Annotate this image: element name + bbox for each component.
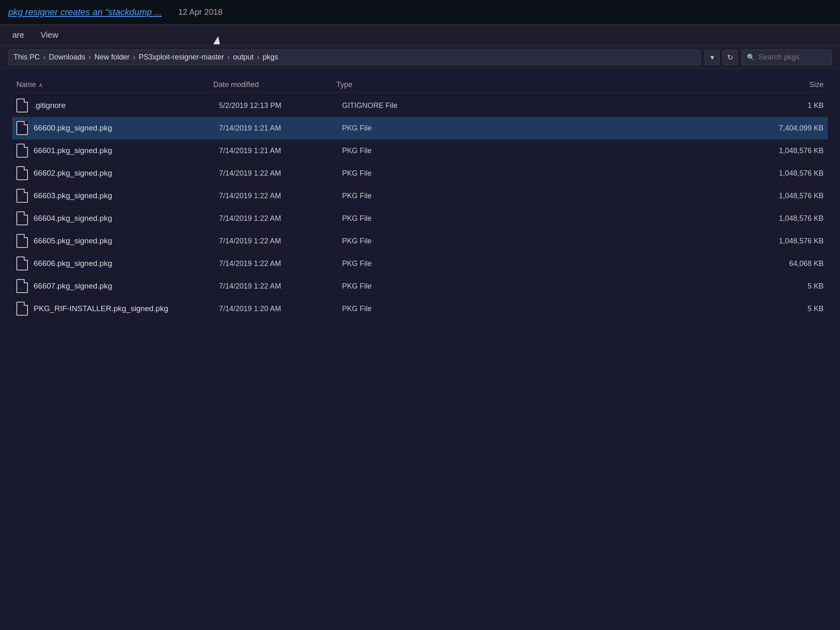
file-name: 66603.pkg_signed.pkg	[34, 191, 219, 200]
file-type: PKG File	[342, 214, 449, 223]
file-date: 7/14/2019 1:22 AM	[219, 259, 342, 268]
menu-bar: are View	[0, 25, 840, 46]
file-size: 64,068 KB	[449, 259, 824, 268]
file-name: 66600.pkg_signed.pkg	[34, 124, 219, 133]
table-row[interactable]: PKG_RIF-INSTALLER.pkg_signed.pkg 7/14/20…	[12, 298, 828, 320]
col-header-type[interactable]: Type	[336, 80, 443, 89]
file-date: 5/2/2019 12:13 PM	[219, 101, 342, 110]
file-type: PKG File	[342, 124, 449, 133]
file-size: 1 KB	[449, 101, 824, 110]
file-name: 66602.pkg_signed.pkg	[34, 169, 219, 178]
file-icon	[16, 302, 28, 316]
file-icon	[16, 99, 28, 112]
file-size: 1,048,576 KB	[449, 147, 824, 155]
file-size: 1,048,576 KB	[449, 169, 824, 178]
table-row[interactable]: 66605.pkg_signed.pkg 7/14/2019 1:22 AM P…	[12, 230, 828, 252]
file-date: 7/14/2019 1:22 AM	[219, 214, 342, 223]
search-input[interactable]	[758, 53, 824, 62]
menu-item-are[interactable]: are	[12, 30, 24, 40]
column-headers: Name ∧ Date modified Type Size	[12, 77, 828, 93]
top-notification-bar: pkg resigner creates an "stackdump ... 1…	[0, 0, 840, 25]
file-icon	[16, 189, 28, 203]
file-type: PKG File	[342, 259, 449, 268]
table-row[interactable]: 66604.pkg_signed.pkg 7/14/2019 1:22 AM P…	[12, 207, 828, 230]
file-icon	[16, 144, 28, 158]
notification-link[interactable]: pkg resigner creates an "stackdump ...	[8, 7, 162, 18]
file-size: 1,048,576 KB	[449, 214, 824, 223]
table-row[interactable]: 66607.pkg_signed.pkg 7/14/2019 1:22 AM P…	[12, 275, 828, 298]
table-row[interactable]: 66601.pkg_signed.pkg 7/14/2019 1:21 AM P…	[12, 140, 828, 162]
address-bar: This PC › Downloads › New folder › PS3xp…	[0, 46, 840, 69]
file-date: 7/14/2019 1:22 AM	[219, 237, 342, 245]
file-date: 7/14/2019 1:21 AM	[219, 147, 342, 155]
table-row[interactable]: .gitignore 5/2/2019 12:13 PM GITIGNORE F…	[12, 94, 828, 117]
breadcrumb-output[interactable]: output	[233, 53, 253, 62]
table-row[interactable]: 66602.pkg_signed.pkg 7/14/2019 1:22 AM P…	[12, 162, 828, 185]
file-icon	[16, 211, 28, 225]
file-icon	[16, 166, 28, 180]
breadcrumb-newfolder[interactable]: New folder	[94, 53, 130, 62]
file-area: Name ∧ Date modified Type Size .gitignor…	[0, 69, 840, 630]
address-controls: ▾ ↻	[705, 50, 737, 65]
file-type: PKG File	[342, 305, 449, 313]
file-name: PKG_RIF-INSTALLER.pkg_signed.pkg	[34, 304, 219, 313]
file-type: PKG File	[342, 169, 449, 178]
file-type: PKG File	[342, 147, 449, 155]
file-name: .gitignore	[34, 101, 219, 110]
file-name: 66604.pkg_signed.pkg	[34, 214, 219, 223]
file-date: 7/14/2019 1:20 AM	[219, 305, 342, 313]
dropdown-button[interactable]: ▾	[705, 50, 719, 65]
file-name: 66605.pkg_signed.pkg	[34, 236, 219, 245]
file-icon	[16, 279, 28, 293]
breadcrumb[interactable]: This PC › Downloads › New folder › PS3xp…	[8, 50, 701, 65]
file-type: PKG File	[342, 282, 449, 291]
file-size: 7,404,099 KB	[449, 124, 824, 133]
breadcrumb-thispc[interactable]: This PC	[14, 53, 40, 62]
col-header-size[interactable]: Size	[443, 80, 824, 89]
file-type: GITIGNORE File	[342, 101, 449, 110]
file-date: 7/14/2019 1:22 AM	[219, 169, 342, 178]
file-size: 1,048,576 KB	[449, 237, 824, 245]
table-row[interactable]: 66603.pkg_signed.pkg 7/14/2019 1:22 AM P…	[12, 185, 828, 207]
file-date: 7/14/2019 1:21 AM	[219, 124, 342, 133]
refresh-button[interactable]: ↻	[723, 50, 737, 65]
table-row[interactable]: 66600.pkg_signed.pkg 7/14/2019 1:21 AM P…	[12, 117, 828, 140]
breadcrumb-downloads[interactable]: Downloads	[49, 53, 85, 62]
search-box[interactable]: 🔍	[742, 50, 832, 65]
menu-item-view[interactable]: View	[41, 30, 58, 40]
sort-arrow-icon: ∧	[39, 82, 43, 88]
file-name: 66606.pkg_signed.pkg	[34, 259, 219, 268]
file-name: 66607.pkg_signed.pkg	[34, 282, 219, 291]
search-icon: 🔍	[747, 53, 755, 61]
file-name: 66601.pkg_signed.pkg	[34, 146, 219, 155]
file-date: 7/14/2019 1:22 AM	[219, 192, 342, 200]
file-icon	[16, 257, 28, 270]
col-header-name[interactable]: Name ∧	[16, 80, 213, 89]
breadcrumb-pkgs[interactable]: pkgs	[262, 53, 278, 62]
breadcrumb-resigner[interactable]: PS3xploit-resigner-master	[139, 53, 224, 62]
file-size: 5 KB	[449, 282, 824, 291]
table-row[interactable]: 66606.pkg_signed.pkg 7/14/2019 1:22 AM P…	[12, 252, 828, 275]
col-header-date[interactable]: Date modified	[213, 80, 336, 89]
file-icon	[16, 234, 28, 248]
notification-date: 12 Apr 2018	[178, 7, 223, 17]
file-size: 5 KB	[449, 305, 824, 313]
file-type: PKG File	[342, 192, 449, 200]
file-date: 7/14/2019 1:22 AM	[219, 282, 342, 291]
file-icon	[16, 121, 28, 135]
file-list: .gitignore 5/2/2019 12:13 PM GITIGNORE F…	[12, 94, 828, 320]
file-size: 1,048,576 KB	[449, 192, 824, 200]
file-type: PKG File	[342, 237, 449, 245]
